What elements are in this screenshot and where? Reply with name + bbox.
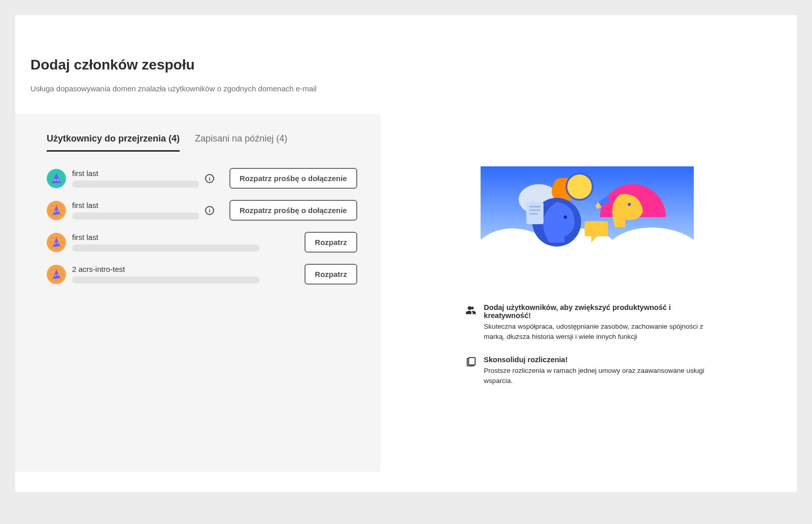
- billing-icon: [465, 357, 477, 387]
- svg-point-7: [51, 205, 52, 206]
- svg-point-42: [60, 278, 61, 279]
- svg-point-38: [50, 273, 51, 274]
- svg-point-35: [51, 269, 52, 270]
- page-title: Dodaj członków zespołu: [30, 57, 782, 73]
- user-row: first last Rozpatrz: [47, 232, 357, 253]
- avatar: [47, 201, 66, 220]
- svg-point-32: [57, 242, 58, 243]
- review-button[interactable]: Rozpatrz prośbę o dołączenie: [229, 200, 357, 221]
- svg-rect-55: [529, 206, 540, 207]
- svg-point-28: [60, 246, 61, 247]
- svg-rect-58: [585, 221, 608, 236]
- svg-point-46: [57, 274, 58, 275]
- svg-point-37: [60, 269, 61, 270]
- user-row: first last i Rozpatrz prośbę o dołączeni…: [47, 168, 357, 189]
- svg-point-14: [60, 214, 61, 215]
- svg-point-25: [61, 241, 62, 242]
- user-name: first last: [72, 201, 199, 209]
- benefit-title: Dodaj użytkowników, aby zwiększyć produk…: [484, 303, 709, 320]
- people-icon: [465, 304, 477, 342]
- review-button[interactable]: Rozpatrz: [304, 232, 357, 253]
- avatar: [47, 233, 66, 252]
- benefit-desc: Prostsze rozliczenia w ramach jednej umo…: [484, 366, 709, 387]
- user-email-placeholder: [72, 181, 199, 188]
- tab-review[interactable]: Użytkownicy do przejrzenia (4): [47, 133, 180, 152]
- svg-rect-56: [529, 209, 540, 211]
- page-subtitle: Usługa dopasowywania domen znalazła użyt…: [30, 84, 782, 93]
- promo-illustration: [481, 166, 694, 258]
- user-name: first last: [72, 169, 199, 178]
- svg-rect-57: [529, 213, 537, 215]
- svg-point-41: [56, 279, 57, 280]
- svg-point-17: [55, 211, 56, 212]
- benefit-item: Skonsoliduj rozliczenia! Prostsze rozlic…: [465, 356, 709, 387]
- svg-point-24: [50, 241, 51, 242]
- svg-point-10: [50, 209, 51, 211]
- svg-point-4: [57, 180, 58, 181]
- svg-point-31: [55, 243, 56, 244]
- svg-point-27: [56, 247, 57, 248]
- benefit-title: Skonsoliduj rozliczenia!: [484, 356, 709, 364]
- user-name: first last: [72, 233, 260, 241]
- user-list: first last i Rozpatrz prośbę o dołączeni…: [47, 168, 357, 285]
- benefit-item: Dodaj użytkowników, aby zwiększyć produk…: [465, 303, 709, 342]
- svg-rect-60: [469, 357, 476, 365]
- user-email-placeholder: [72, 276, 260, 284]
- tabs: Użytkownicy do przejrzenia (4) Zapisani …: [47, 133, 357, 152]
- svg-point-22: [56, 236, 57, 237]
- avatar: [47, 169, 66, 188]
- svg-point-21: [51, 237, 52, 238]
- svg-point-51: [628, 203, 631, 206]
- svg-point-40: [51, 278, 52, 279]
- svg-point-3: [54, 180, 55, 181]
- svg-point-45: [55, 275, 56, 276]
- svg-point-49: [567, 174, 592, 199]
- benefit-desc: Skuteczna współpraca, udostępnianie zaso…: [484, 322, 709, 342]
- user-name: 2 acrs-intro-test: [72, 265, 260, 273]
- svg-point-13: [56, 215, 57, 216]
- svg-point-8: [56, 204, 57, 205]
- svg-point-12: [51, 214, 52, 215]
- svg-point-39: [61, 273, 62, 274]
- svg-point-36: [56, 268, 57, 269]
- avatar: [47, 265, 66, 284]
- svg-point-18: [57, 211, 58, 212]
- user-row: first last i Rozpatrz prośbę o dołączeni…: [47, 200, 357, 221]
- svg-point-11: [61, 209, 62, 211]
- svg-point-53: [564, 216, 567, 219]
- info-icon[interactable]: i: [205, 206, 214, 215]
- svg-point-9: [60, 205, 61, 206]
- user-email-placeholder: [72, 213, 199, 220]
- tab-saved[interactable]: Zapisani na później (4): [195, 133, 287, 152]
- svg-point-26: [51, 246, 52, 247]
- review-button[interactable]: Rozpatrz: [304, 264, 357, 285]
- svg-point-23: [60, 237, 61, 238]
- sidebar-promo: Dodaj użytkowników, aby zwiększyć produk…: [398, 118, 797, 399]
- user-email-placeholder: [72, 244, 260, 252]
- user-row: 2 acrs-intro-test Rozpatrz: [47, 264, 357, 285]
- info-icon[interactable]: i: [205, 174, 214, 183]
- review-button[interactable]: Rozpatrz prośbę o dołączenie: [229, 168, 357, 189]
